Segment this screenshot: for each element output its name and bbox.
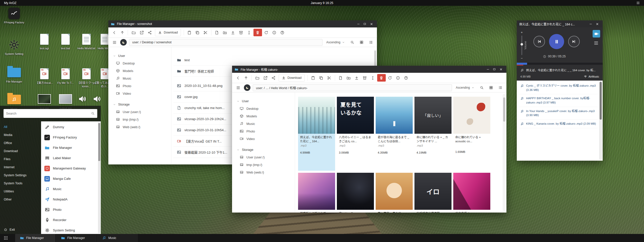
seek-bar[interactable] bbox=[517, 63, 603, 65]
category-system-tools[interactable]: System Tools bbox=[0, 179, 41, 187]
new-folder-button[interactable] bbox=[221, 29, 229, 36]
open-in-new-window-button[interactable] bbox=[262, 74, 269, 82]
volume-up[interactable]: + bbox=[521, 30, 523, 34]
back-button[interactable] bbox=[234, 74, 242, 82]
file-tile[interactable]: 病名恋愛 Avase... bbox=[453, 173, 490, 213]
delete-button[interactable] bbox=[377, 74, 386, 82]
maximize-button[interactable] bbox=[362, 21, 368, 27]
share-button[interactable] bbox=[270, 74, 277, 82]
sidebar-section-storage[interactable]: Storage bbox=[108, 101, 171, 108]
sidebar-item-video[interactable]: Video bbox=[232, 135, 295, 143]
sidebar-item-user-drive[interactable]: User (user:/) bbox=[108, 108, 171, 116]
close-button[interactable] bbox=[368, 21, 374, 27]
desktop-file[interactable]: test.agi bbox=[32, 33, 56, 50]
taskbar-task-music[interactable]: Music bbox=[97, 234, 138, 242]
copy-button[interactable] bbox=[317, 74, 325, 82]
sidebar-item-web-drive[interactable]: Web (web:/) bbox=[232, 168, 295, 176]
file-tile[interactable]: 夏を見て いるかな 八月のレイニー _ はるまきごはん co....mp33.0… bbox=[337, 97, 374, 171]
grid-view-button[interactable] bbox=[358, 39, 365, 46]
search-box[interactable] bbox=[4, 109, 97, 118]
app-item-manga-cafe[interactable]: Manga Cafe bbox=[41, 174, 101, 184]
file-tile[interactable]: 命に嫌われている + acoustic co...1.69MB bbox=[453, 97, 490, 171]
cast-button[interactable] bbox=[593, 30, 600, 38]
app-item-file-manager[interactable]: File Manager bbox=[41, 143, 101, 153]
paste-button[interactable] bbox=[309, 74, 317, 82]
delete-button[interactable] bbox=[253, 29, 262, 36]
titlebar[interactable]: File Manager - screenshot bbox=[108, 20, 377, 27]
category-internet[interactable]: Internet bbox=[0, 163, 41, 171]
exit-button[interactable]: Exit bbox=[4, 228, 15, 231]
help-button[interactable] bbox=[279, 29, 286, 36]
topbar-menu-icon[interactable] bbox=[636, 1, 640, 5]
desktop-shortcut-ffmpeg-factory[interactable]: FFmpeg Factory bbox=[2, 7, 26, 24]
refresh-button[interactable] bbox=[386, 74, 394, 82]
pause-button[interactable] bbox=[549, 34, 564, 49]
sort-order-dropdown[interactable]: Ascending bbox=[326, 41, 345, 44]
app-launcher-button[interactable] bbox=[0, 234, 12, 242]
desktop-file[interactable]: HD【東方Vocal... bbox=[32, 67, 56, 85]
desktop-file-audio[interactable] bbox=[90, 93, 104, 107]
sidebar-section-storage[interactable]: Storage bbox=[232, 146, 295, 153]
upload-button[interactable] bbox=[229, 29, 237, 36]
cut-button[interactable] bbox=[202, 29, 209, 36]
playlist-item[interactable]: In Your Hands _ yusukeP cover. by 柘榴-zak… bbox=[519, 107, 598, 120]
rename-button[interactable] bbox=[245, 29, 253, 36]
desktop-file[interactable]: HDFly Me To T... bbox=[53, 67, 78, 85]
list-view-button[interactable] bbox=[367, 39, 374, 46]
sidebar-item-video[interactable]: Video bbox=[108, 90, 171, 97]
paste-button[interactable] bbox=[186, 29, 193, 36]
scrollbar[interactable] bbox=[503, 94, 506, 211]
sidebar-item-photo[interactable]: Photo bbox=[232, 127, 295, 135]
upload-button[interactable] bbox=[353, 74, 361, 82]
start-menu-button[interactable]: My ArOZ bbox=[4, 1, 16, 5]
category-office[interactable]: Office bbox=[0, 139, 41, 147]
search-button[interactable] bbox=[349, 39, 356, 46]
share-button[interactable] bbox=[146, 29, 153, 36]
sort-order-dropdown[interactable]: Ascending bbox=[456, 86, 474, 89]
file-tile[interactable]: 東 _ HamP cover... bbox=[337, 173, 374, 213]
next-track-button[interactable] bbox=[568, 36, 580, 47]
minimize-button[interactable] bbox=[588, 21, 594, 27]
scrollbar-thumb[interactable] bbox=[503, 97, 505, 122]
playlist-item[interactable]: KING _ Kanaria cover. by 柘榴-zakuro-.mp3 … bbox=[519, 120, 598, 128]
archive-button[interactable] bbox=[361, 74, 369, 82]
file-tile[interactable]: 四季折々に揺られて... bbox=[298, 173, 335, 213]
app-item-system-setting[interactable]: System Setting bbox=[41, 225, 101, 234]
sidebar-item-tmp-drive[interactable]: tmp (tmp:/) bbox=[232, 161, 295, 168]
search-button[interactable] bbox=[478, 84, 485, 91]
app-item-recorder[interactable]: Recorder bbox=[41, 215, 101, 225]
taskbar-task-file-manager-2[interactable]: File Manager bbox=[56, 234, 96, 242]
sidebar-item-tmp-drive[interactable]: tmp (tmp:/) bbox=[108, 116, 171, 123]
output-device[interactable]: AirMusic bbox=[584, 75, 599, 78]
playlist-toggle-button[interactable] bbox=[594, 41, 599, 46]
file-tile[interactable]: 「寂しい」 命に嫌われている + _ カンザキイオリ ....mp34.19MB bbox=[414, 97, 452, 171]
up-button[interactable] bbox=[118, 29, 126, 36]
app-item-dummy[interactable]: Dummy bbox=[41, 122, 101, 132]
help-button[interactable] bbox=[402, 74, 410, 82]
breadcrumb[interactable]: user: / ... / Hello World / 柘榴-zakuro- bbox=[253, 84, 452, 91]
sidebar-toggle-button[interactable] bbox=[235, 84, 242, 91]
scrollbar[interactable] bbox=[599, 81, 602, 160]
sidebar-item-desktop[interactable]: Desktop bbox=[232, 105, 295, 112]
scrollbar[interactable] bbox=[98, 122, 101, 233]
sidebar-section-user[interactable]: User bbox=[232, 97, 295, 105]
download-button[interactable]: Download bbox=[279, 74, 305, 82]
sidebar-item-photo[interactable]: Photo bbox=[108, 82, 171, 90]
file-tile-selected[interactable]: 例えば、今此処に置かれた花に _ 164....mp34.99MB bbox=[298, 97, 335, 171]
list-view-button[interactable] bbox=[497, 84, 504, 91]
open-in-new-window-button[interactable] bbox=[138, 29, 145, 36]
category-download[interactable]: Download bbox=[0, 147, 41, 155]
maximize-button[interactable] bbox=[491, 66, 497, 72]
app-item-music[interactable]: Music bbox=[41, 184, 101, 194]
refresh-button[interactable] bbox=[263, 29, 270, 36]
app-item-ffmpeg-factory[interactable]: FFmpeg Factory bbox=[41, 132, 101, 143]
scrollbar-thumb[interactable] bbox=[600, 82, 602, 120]
file-tile[interactable]: 君が夜の海に還るまで _ こんにちは谷田....mp34.35MB bbox=[376, 97, 413, 171]
volume-track[interactable] bbox=[521, 36, 522, 55]
volume-handle[interactable] bbox=[521, 43, 523, 46]
dark-mode-toggle[interactable] bbox=[244, 84, 250, 91]
up-button[interactable] bbox=[242, 74, 250, 82]
breadcrumb[interactable]: user: / Desktop / screenshot bbox=[129, 39, 323, 46]
file-row[interactable]: test bbox=[173, 55, 374, 66]
titlebar[interactable]: 例えば、今此処に置かれた花に _ 164 c... bbox=[517, 20, 603, 27]
